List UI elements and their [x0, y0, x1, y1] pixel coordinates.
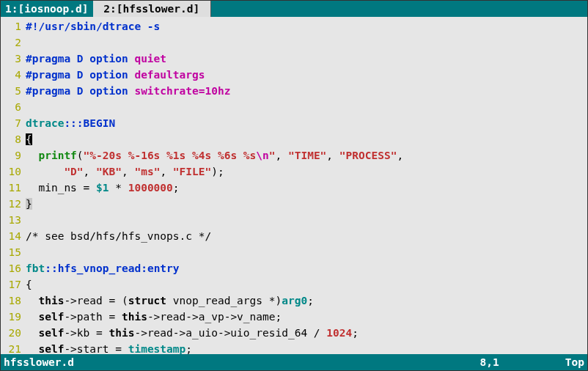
line-number: 13	[1, 212, 26, 228]
code-content[interactable]: printf("%-20s %-16s %1s %4s %6s %s\n", "…	[26, 147, 587, 164]
code-content[interactable]: self->path = this->read->a_vp->v_name;	[26, 309, 587, 325]
code-line[interactable]: 19 self->path = this->read->a_vp->v_name…	[1, 309, 587, 325]
code-editor[interactable]: 1#!/usr/sbin/dtrace -s23#pragma D option…	[1, 17, 587, 354]
code-content[interactable]: /* see bsd/hfs/hfs_vnops.c */	[26, 228, 587, 244]
line-number: 15	[1, 244, 26, 260]
line-number: 1	[1, 18, 26, 34]
line-number: 21	[1, 341, 26, 354]
code-content[interactable]: this->read = (struct vnop_read_args *)ar…	[26, 293, 587, 309]
tab-bar: 1:[iosnoop.d] 2:[hfsslower.d]	[1, 1, 587, 17]
line-number: 16	[1, 260, 26, 276]
code-content[interactable]	[26, 244, 587, 260]
line-number: 12	[1, 196, 26, 212]
code-line[interactable]: 6	[1, 99, 587, 115]
code-content[interactable]: self->start = timestamp;	[26, 341, 587, 354]
line-number: 8	[1, 131, 26, 147]
line-number: 2	[1, 34, 26, 51]
editor-window: 1:[iosnoop.d] 2:[hfsslower.d] 1#!/usr/sb…	[0, 0, 588, 371]
line-number: 4	[1, 67, 26, 83]
code-line[interactable]: 16fbt::hfs_vnop_read:entry	[1, 260, 587, 276]
line-number: 20	[1, 325, 26, 341]
status-file-name: hfsslower.d	[4, 356, 74, 368]
code-line[interactable]: 2	[1, 34, 587, 51]
code-line[interactable]: 15	[1, 244, 587, 260]
line-number: 18	[1, 293, 26, 309]
code-line[interactable]: 1#!/usr/sbin/dtrace -s	[1, 18, 587, 34]
code-line[interactable]: 18 this->read = (struct vnop_read_args *…	[1, 293, 587, 309]
line-number: 10	[1, 164, 26, 180]
status-cursor-position: 8,1	[480, 356, 499, 368]
code-content[interactable]: min_ns = $1 * 1000000;	[26, 180, 587, 196]
code-line[interactable]: 10 "D", "KB", "ms", "FILE");	[1, 164, 587, 180]
code-content[interactable]	[26, 212, 587, 228]
line-number: 11	[1, 180, 26, 196]
code-line[interactable]: 5#pragma D option switchrate=10hz	[1, 83, 587, 99]
line-number: 3	[1, 51, 26, 67]
line-number: 17	[1, 276, 26, 293]
line-number: 7	[1, 115, 26, 131]
code-content[interactable]: {	[26, 276, 587, 293]
line-number: 19	[1, 309, 26, 325]
code-line[interactable]: 13	[1, 212, 587, 228]
code-line[interactable]: 17{	[1, 276, 587, 293]
code-line[interactable]: 3#pragma D option quiet	[1, 51, 587, 67]
tab-hfsslower[interactable]: 2:[hfsslower.d]	[93, 1, 211, 17]
line-number: 6	[1, 99, 26, 115]
code-content[interactable]: fbt::hfs_vnop_read:entry	[26, 260, 587, 276]
code-content[interactable]: "D", "KB", "ms", "FILE");	[26, 164, 587, 180]
code-line[interactable]: 4#pragma D option defaultargs	[1, 67, 587, 83]
code-content[interactable]	[26, 99, 587, 115]
code-line[interactable]: 7dtrace:::BEGIN	[1, 115, 587, 131]
status-scroll-indicator: Top	[565, 356, 584, 368]
code-line[interactable]: 11 min_ns = $1 * 1000000;	[1, 180, 587, 196]
code-content[interactable]: #pragma D option defaultargs	[26, 67, 587, 83]
code-content[interactable]: #pragma D option quiet	[26, 51, 587, 67]
code-line[interactable]: 21 self->start = timestamp;	[1, 341, 587, 354]
code-content[interactable]: {	[26, 131, 587, 147]
code-content[interactable]: }	[26, 196, 587, 212]
code-line[interactable]: 8{	[1, 131, 587, 147]
code-content[interactable]	[26, 34, 587, 51]
code-line[interactable]: 12}	[1, 196, 587, 212]
tab-iosnoop[interactable]: 1:[iosnoop.d]	[1, 1, 93, 17]
line-number: 14	[1, 228, 26, 244]
code-line[interactable]: 9 printf("%-20s %-16s %1s %4s %6s %s\n",…	[1, 147, 587, 164]
code-line[interactable]: 14/* see bsd/hfs/hfs_vnops.c */	[1, 228, 587, 244]
code-content[interactable]: #!/usr/sbin/dtrace -s	[26, 18, 587, 34]
status-bar: hfsslower.d 8,1 Top	[1, 354, 587, 370]
code-content[interactable]: self->kb = this->read->a_uio->uio_resid_…	[26, 325, 587, 341]
line-number: 5	[1, 83, 26, 99]
code-line[interactable]: 20 self->kb = this->read->a_uio->uio_res…	[1, 325, 587, 341]
code-content[interactable]: dtrace:::BEGIN	[26, 115, 587, 131]
tab-bar-filler	[211, 1, 587, 17]
code-content[interactable]: #pragma D option switchrate=10hz	[26, 83, 587, 99]
line-number: 9	[1, 147, 26, 164]
